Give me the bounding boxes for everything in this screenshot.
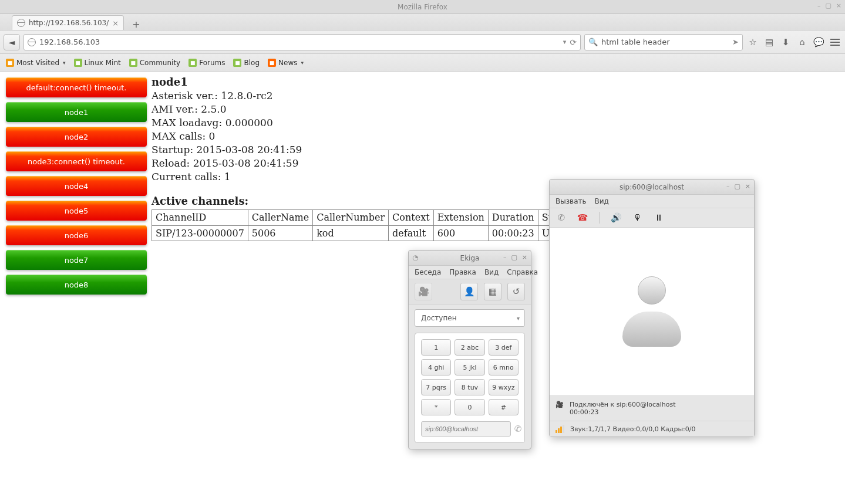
menu-chat[interactable]: Беседа [415,268,441,276]
dial-key[interactable]: 7 pqrs [421,379,451,395]
bookmarks-toolbar: ■ Most Visited ▾ ■ Linux Mint ■ Communit… [0,54,845,72]
rss-icon: ■ [268,59,276,67]
table-header-cell: CallerNumber [313,210,389,226]
node-button-6[interactable]: node6 [6,225,147,245]
node-button-7[interactable]: node7 [6,250,147,270]
reload-icon[interactable]: ⟳ [570,38,577,47]
person-avatar-icon [622,276,681,347]
chevron-down-icon: ▾ [517,315,520,322]
ekiga-toolbar: 🎥 👤 ▦ ↺ [409,279,531,305]
bookmark-most-visited[interactable]: ■ Most Visited ▾ [6,59,66,67]
menu-help[interactable]: Справка [507,268,538,276]
url-bar[interactable]: 192.168.56.103 ▾ ⟳ [23,34,581,50]
url-history-chevron-icon[interactable]: ▾ [563,38,567,46]
window-close[interactable]: × [522,253,527,261]
stats-text: Звук:1,7/1,7 Видео:0,0/0,0 Кадры:0/0 [570,425,696,433]
window-controls: – ▢ × [817,2,841,9]
window-close[interactable]: × [745,182,750,190]
dial-key[interactable]: 3 def [489,339,519,356]
info-line: AMI ver.: 2.5.0 [152,103,571,116]
node-button-2[interactable]: node2 [6,127,147,147]
camera-icon[interactable]: 🎥 [415,283,432,300]
node-button-4[interactable]: node4 [6,176,147,196]
bookmark-linux-mint[interactable]: ■ Linux Mint [74,59,121,67]
dial-key[interactable]: 8 tuv [455,379,484,395]
window-minimize[interactable]: – [726,182,730,190]
call-menubar: Вызвать Вид [550,195,754,208]
hangup-icon[interactable]: ☎ [577,212,588,224]
node-button-3[interactable]: node3:connect() timeout. [6,151,147,171]
window-maximize[interactable]: ▢ [825,2,831,9]
bookmark-forums[interactable]: ■ Forums [188,59,225,67]
speaker-icon[interactable]: 🔊 [610,212,622,224]
tab-title: http://192.168.56.103/ [29,19,109,27]
contacts-icon[interactable]: 👤 [460,283,478,300]
menu-edit[interactable]: Правка [449,268,476,276]
search-icon: 🔍 [588,38,598,46]
search-go-icon[interactable]: ➤ [732,38,739,46]
node-list: default:connect() timeout.node1node2node… [4,75,149,297]
chevron-down-icon: ▾ [63,60,66,66]
window-maximize[interactable]: ▢ [734,182,740,190]
menu-view[interactable]: Вид [595,197,609,205]
dial-key[interactable]: 9 wxyz [489,379,519,395]
node-button-1[interactable]: node1 [6,102,147,122]
downloads-icon[interactable]: ⬇ [779,36,792,49]
library-icon[interactable]: ▤ [763,36,776,49]
table-cell: kod [313,225,389,241]
call-body [550,228,754,395]
history-icon[interactable]: ↺ [507,283,525,300]
bookmark-blog[interactable]: ■ Blog [233,59,260,67]
home-icon[interactable]: ⌂ [796,36,809,49]
dial-key[interactable]: # [489,399,519,415]
phone-icon[interactable]: ✆ [514,421,522,437]
search-bar[interactable]: 🔍 html table header ➤ [584,34,743,50]
window-maximize[interactable]: ▢ [511,253,517,261]
bookmark-news[interactable]: ■ News ▾ [268,59,304,67]
node-button-8[interactable]: node8 [6,275,147,295]
chat-icon[interactable]: 💬 [812,36,825,49]
tab-strip: http://192.168.56.103/ × + [0,14,845,31]
ekiga-titlebar[interactable]: ◔ Ekiga – ▢ × [409,251,531,266]
table-header-cell: ChannelID [152,210,248,226]
bookmark-community[interactable]: ■ Community [129,59,180,67]
window-minimize[interactable]: – [817,2,821,9]
dial-key[interactable]: 5 jkl [455,359,484,376]
table-header-cell: Context [389,210,434,226]
window-close[interactable]: × [836,2,841,9]
new-tab-button[interactable]: + [129,19,143,30]
node-button-0[interactable]: default:connect() timeout. [6,77,147,97]
call-titlebar[interactable]: sip:600@localhost – ▢ × [550,180,754,195]
ekiga-title: Ekiga [460,254,480,262]
status-select[interactable]: Доступен ▾ [415,309,525,327]
dial-key[interactable]: 0 [455,399,484,415]
connected-text: Подключён к sip:600@localhost [570,401,676,408]
tab-close-icon[interactable]: × [112,19,119,28]
dial-key[interactable]: 2 abc [455,339,484,356]
call-window[interactable]: sip:600@localhost – ▢ × Вызвать Вид ✆ ☎ … [549,179,755,437]
dial-key[interactable]: * [421,399,451,415]
site-icon: ■ [129,59,137,67]
back-button[interactable]: ◄ [4,34,20,50]
dialpad-icon[interactable]: ▦ [484,283,501,300]
pause-icon[interactable]: ⏸ [652,212,664,224]
dial-key[interactable]: 1 [421,339,451,356]
chevron-down-icon: ▾ [301,60,304,66]
dial-key[interactable]: 6 mno [489,359,519,376]
browser-tab-active[interactable]: http://192.168.56.103/ × [12,15,124,30]
answer-icon[interactable]: ✆ [556,212,567,224]
nav-toolbar: ◄ 192.168.56.103 ▾ ⟳ 🔍 html table header… [0,31,845,54]
mic-icon[interactable]: 🎙 [631,212,643,224]
signal-bars-icon [556,425,564,433]
node-button-5[interactable]: node5 [6,201,147,221]
ekiga-window[interactable]: ◔ Ekiga – ▢ × Беседа Правка Вид Справка … [408,250,531,449]
menu-call[interactable]: Вызвать [556,197,587,205]
star-icon[interactable]: ☆ [746,36,759,49]
menu-icon[interactable] [829,36,841,49]
info-line: Current calls: 1 [152,170,571,184]
dial-key[interactable]: 4 ghi [421,359,451,376]
sip-input[interactable] [421,421,511,437]
menu-view[interactable]: Вид [484,268,499,276]
window-minimize[interactable]: – [503,253,507,261]
call-stats: Звук:1,7/1,7 Видео:0,0/0,0 Кадры:0/0 [550,421,754,437]
